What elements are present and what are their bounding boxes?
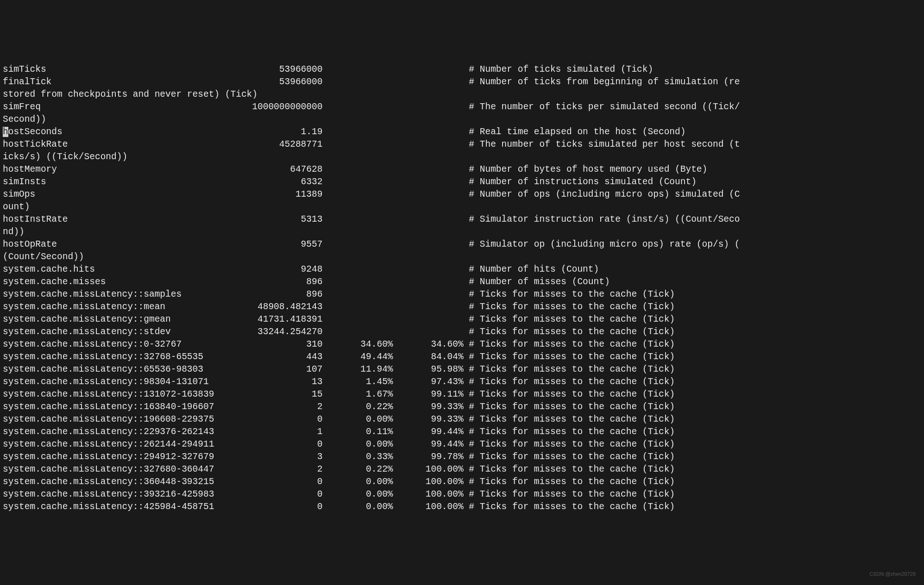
stat-line: hostTickRate 45288771 # The number of ti… (3, 139, 740, 149)
stat-line: system.cache.missLatency::262144-294911 … (3, 439, 675, 449)
stat-line: system.cache.missLatency::163840-196607 … (3, 402, 675, 412)
stat-line: system.cache.missLatency::294912-327679 … (3, 452, 675, 462)
stat-line: hostInstRate 5313 # Simulator instructio… (3, 214, 740, 224)
stat-line: icks/s) ((Tick/Second)) (3, 152, 127, 162)
cursor-highlight: h (3, 127, 8, 137)
stat-line: system.cache.missLatency::360448-393215 … (3, 477, 675, 487)
stat-line: system.cache.hits 9248 # Number of hits … (3, 264, 599, 274)
stat-line: system.cache.missLatency::samples 896 # … (3, 289, 675, 299)
stat-line: system.cache.missLatency::131072-163839 … (3, 389, 675, 399)
terminal-output[interactable]: simTicks 53966000 # Number of ticks simu… (0, 62, 924, 513)
stat-line: hostSeconds 1.19 # Real time elapsed on … (3, 127, 685, 137)
stat-line: stored from checkpoints and never reset)… (3, 89, 258, 100)
stat-line: system.cache.missLatency::gmean 41731.41… (3, 314, 675, 324)
stat-line: system.cache.missLatency::0-32767 310 34… (3, 339, 675, 349)
stat-line: system.cache.missLatency::98304-131071 1… (3, 377, 675, 387)
stat-line: ount) (3, 202, 30, 212)
stat-line: simFreq 1000000000000 # The number of ti… (3, 102, 740, 112)
stat-line: (Count/Second)) (3, 252, 84, 262)
stat-line: system.cache.missLatency::65536-98303 10… (3, 364, 675, 374)
stat-line: system.cache.missLatency::196608-229375 … (3, 414, 675, 424)
stat-line: Second)) (3, 114, 46, 124)
stat-line: system.cache.missLatency::mean 48908.482… (3, 302, 675, 312)
stat-line: system.cache.missLatency::393216-425983 … (3, 489, 675, 499)
stat-line: system.cache.missLatency::32768-65535 44… (3, 352, 675, 362)
stat-line: system.cache.misses 896 # Number of miss… (3, 277, 610, 287)
stat-line: hostOpRate 9557 # Simulator op (includin… (3, 239, 740, 249)
stat-line: hostMemory 647628 # Number of bytes of h… (3, 164, 707, 174)
stat-line: simTicks 53966000 # Number of ticks simu… (3, 64, 653, 75)
stat-line: system.cache.missLatency::327680-360447 … (3, 464, 675, 474)
watermark: CSDN @zhen20729 (869, 568, 916, 580)
stat-line: nd)) (3, 227, 25, 237)
stat-line: system.cache.missLatency::stdev 33244.25… (3, 327, 675, 337)
stat-line: simInsts 6332 # Number of instructions s… (3, 177, 697, 187)
stat-line: simOps 11389 # Number of ops (including … (3, 189, 740, 199)
stat-line: finalTick 53966000 # Number of ticks fro… (3, 77, 740, 87)
stat-line: system.cache.missLatency::425984-458751 … (3, 502, 675, 512)
stat-line: system.cache.missLatency::229376-262143 … (3, 427, 675, 437)
